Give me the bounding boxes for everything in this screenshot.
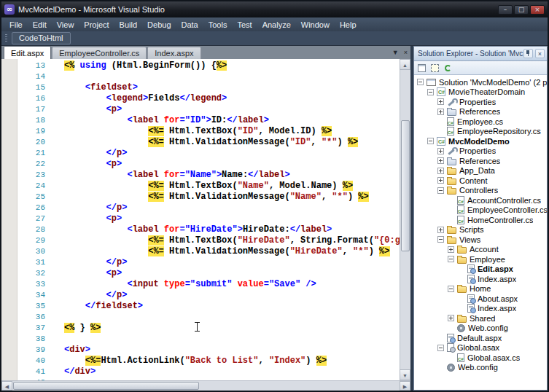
menu-item-debug[interactable]: Debug [142, 19, 176, 31]
menu-item-test[interactable]: Test [232, 19, 257, 31]
show-all-files-icon[interactable] [429, 63, 440, 74]
menu-item-project[interactable]: Project [79, 19, 114, 31]
code-text: </fieldset> [54, 301, 400, 312]
tree-item-references[interactable]: References [414, 107, 547, 117]
tree-item-global-asax[interactable]: Global.asax [414, 343, 547, 353]
vertical-scrollbar[interactable]: ▲ ▼ [400, 59, 410, 380]
tree-item-views[interactable]: Views [414, 235, 547, 245]
tree-item-mvcmodeldemo[interactable]: MvcModelDemo [414, 136, 547, 146]
menu-item-view[interactable]: View [52, 19, 79, 31]
auto-hide-pin-icon[interactable] [523, 49, 533, 58]
maximize-button[interactable]: □ [514, 5, 529, 15]
tree-item-label: AccountController.cs [467, 196, 541, 205]
expand-icon[interactable] [437, 109, 444, 115]
tree-item-global-asax-cs[interactable]: Global.asax.cs [414, 353, 547, 363]
expand-icon[interactable] [437, 148, 444, 154]
refresh-icon[interactable] [443, 63, 453, 74]
minimize-button[interactable]: – [498, 5, 513, 15]
title-bar[interactable]: ∞ MvcModelDemo - Microsoft Visual Studio… [1, 1, 548, 17]
code-text: <label for="Name">Name:</label> [54, 170, 400, 181]
expand-icon[interactable] [448, 315, 454, 321]
menu-item-help[interactable]: Help [335, 19, 362, 31]
line-number: 24 [17, 181, 54, 192]
tree-item-label: App_Data [459, 166, 495, 175]
tree-item-movietheaterdomain[interactable]: MovieTheaterDomain [414, 87, 547, 98]
properties-icon [447, 146, 456, 155]
tab-employeecontroller-cs[interactable]: EmployeeController.cs [52, 47, 147, 59]
collapse-icon[interactable] [448, 286, 454, 292]
expand-icon[interactable] [437, 157, 444, 164]
tree-item-employeecontroller-cs[interactable]: EmployeeController.cs [414, 205, 547, 216]
tree-item-home[interactable]: Home [414, 284, 547, 294]
window-title: MvcModelDemo - Microsoft Visual Studio [18, 5, 498, 14]
menu-item-window[interactable]: Window [296, 19, 335, 31]
breakpoint-margin[interactable] [1, 59, 17, 380]
toolbar-grip-handle[interactable] [5, 34, 7, 43]
expand-icon[interactable] [437, 98, 444, 105]
tree-item-index-aspx[interactable]: Index.aspx [414, 274, 547, 284]
tree-item-employee[interactable]: Employee [414, 254, 547, 264]
tree-item-references[interactable]: References [414, 156, 547, 166]
menu-item-analyze[interactable]: Analyze [257, 19, 296, 31]
tree-item-accountcontroller-cs[interactable]: AccountController.cs [414, 195, 547, 205]
codetohtml-toolbar-button[interactable]: CodeToHtml [12, 32, 71, 44]
expand-icon[interactable] [437, 177, 444, 184]
tree-item-web-config[interactable]: Web.config [414, 363, 547, 373]
tree-item-properties[interactable]: Properties [414, 97, 547, 107]
tree-item-employee-cs[interactable]: Employee.cs [414, 117, 547, 127]
active-files-dropdown-icon[interactable]: ▼ [392, 48, 399, 57]
collapse-icon[interactable] [427, 89, 434, 95]
expand-icon[interactable] [437, 168, 444, 174]
tree-item-content[interactable]: Content [414, 176, 547, 186]
collapse-icon[interactable] [417, 79, 424, 85]
menu-item-file[interactable]: File [4, 19, 28, 31]
menu-item-edit[interactable]: Edit [28, 19, 52, 31]
close-document-icon[interactable]: × [404, 48, 408, 57]
tree-item-default-aspx[interactable]: Default.aspx [414, 333, 547, 343]
tree-item-about-aspx[interactable]: About.aspx [414, 294, 547, 304]
panel-close-icon[interactable]: × [535, 49, 545, 58]
menu-item-build[interactable]: Build [114, 19, 142, 31]
expand-icon[interactable] [448, 246, 454, 253]
collapse-icon[interactable] [437, 345, 444, 351]
horizontal-scrollbar[interactable]: ◀ ▶ [1, 380, 410, 391]
properties-icon[interactable] [416, 63, 427, 74]
config-icon [457, 324, 465, 332]
line-number: 17 [17, 104, 54, 115]
menu-item-data[interactable]: Data [176, 19, 203, 31]
tree-item-homecontroller-cs[interactable]: HomeController.cs [414, 215, 547, 225]
code-editor[interactable]: 13<% using (Html.BeginForm()) {%>14 15 <… [1, 59, 410, 380]
scroll-up-icon[interactable]: ▲ [400, 59, 410, 70]
horizontal-scroll-thumb[interactable] [13, 382, 199, 390]
collapse-icon[interactable] [437, 236, 444, 243]
collapse-icon[interactable] [437, 187, 444, 194]
scroll-left-icon[interactable]: ◀ [1, 381, 12, 391]
tree-item-shared[interactable]: Shared [414, 313, 547, 324]
close-button[interactable]: × [530, 5, 545, 15]
vertical-scroll-thumb[interactable] [401, 120, 410, 251]
tab-edit-aspx[interactable]: Edit.aspx [4, 46, 51, 59]
tree-item-index-aspx[interactable]: Index.aspx [414, 304, 547, 314]
tree-item-employeerepository-cs[interactable]: EmployeeRepository.cs [414, 127, 547, 137]
tree-item-scripts[interactable]: Scripts [414, 225, 547, 235]
menu-item-tools[interactable]: Tools [203, 19, 233, 31]
solution-explorer-header[interactable]: Solution Explorer - Solution 'Mvc... × [414, 47, 547, 61]
collapse-icon[interactable] [448, 256, 454, 262]
expand-icon[interactable] [437, 227, 444, 233]
code-text: </div> [54, 366, 400, 377]
tree-item-web-config[interactable]: Web.config [414, 324, 547, 334]
line-number: 35 [17, 301, 54, 312]
tree-item-account[interactable]: Account [414, 245, 547, 255]
collapse-icon[interactable] [427, 138, 434, 144]
scroll-right-icon[interactable]: ▶ [400, 381, 410, 391]
tree-item-edit-aspx[interactable]: Edit.aspx [414, 264, 547, 275]
tab-index-aspx[interactable]: Index.aspx [147, 47, 200, 59]
code-text: </p> [54, 203, 400, 213]
tree-item-solution-mvcmodeldemo-2-projects[interactable]: Solution 'MvcModelDemo' (2 projects) [414, 77, 547, 87]
scroll-down-icon[interactable]: ▼ [400, 369, 410, 380]
tree-item-properties[interactable]: Properties [414, 146, 547, 157]
tree-item-label: Global.asax.cs [467, 353, 520, 362]
tree-item-app-data[interactable]: App_Data [414, 166, 547, 176]
code-text: <%= Html.TextBox("Name", Model.Name) %> [54, 181, 400, 192]
tree-item-controllers[interactable]: Controllers [414, 186, 547, 196]
